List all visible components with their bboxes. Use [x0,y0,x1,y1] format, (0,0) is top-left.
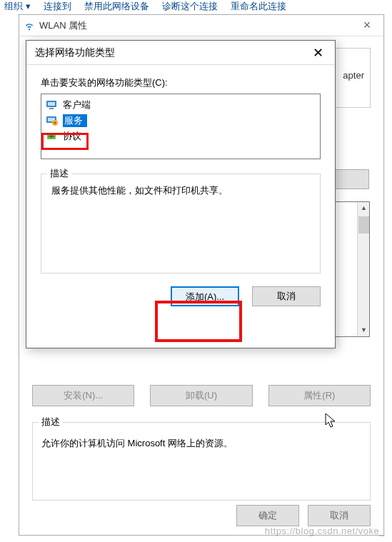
wlan-close-button[interactable]: × [356,18,378,33]
type-item-service[interactable]: 服务 [43,113,318,129]
wifi-icon [24,20,35,31]
type-description-group: 描述 服务提供其他性能，如文件和打印机共享。 [41,174,321,273]
toolbar-org[interactable]: 组织 ▾ [4,0,31,16]
svg-rect-1 [48,102,55,106]
explorer-toolbar: 组织 ▾ 连接到 禁用此网络设备 诊断这个连接 重命名此连接 [0,0,392,16]
cancel-button[interactable]: 取消 [308,505,371,526]
toolbar-disable[interactable]: 禁用此网络设备 [84,0,149,16]
type-cancel-button[interactable]: 取消 [252,286,321,306]
svg-rect-2 [49,108,54,109]
type-title: 选择网络功能类型 [35,46,115,59]
type-description-legend: 描述 [47,167,71,180]
type-close-button[interactable]: ✕ [308,45,328,61]
service-icon [46,115,59,126]
scroll-down-icon[interactable]: ▼ [358,324,369,336]
adapter-fragment: apter [343,70,364,81]
toolbar-connect[interactable]: 连接到 [44,0,71,16]
toolbar-rename[interactable]: 重命名此连接 [231,0,286,16]
wlan-title-text: WLAN 属性 [39,19,87,32]
uninstall-button[interactable]: 卸载(U) [150,385,252,406]
client-icon [46,99,59,111]
toolbar-diagnose[interactable]: 诊断这个连接 [162,0,218,16]
type-prompt: 单击要安装的网络功能类型(C): [41,76,321,89]
type-titlebar: 选择网络功能类型 ✕ [26,41,335,65]
wlan-description-legend: 描述 [39,416,63,427]
type-description-text: 服务提供其他性能，如文件和打印机共享。 [41,174,320,197]
scroll-thumb[interactable] [358,216,369,234]
select-feature-type-dialog: 选择网络功能类型 ✕ 单击要安装的网络功能类型(C): 客户端 服务 [26,40,336,348]
type-item-client[interactable]: 客户端 [43,97,318,113]
scroll-up-icon[interactable]: ▲ [358,202,369,214]
ok-button[interactable]: 确定 [236,505,299,526]
wlan-description-text: 允许你的计算机访问 Microsoft 网络上的资源。 [33,436,370,450]
wlan-description-group: 描述 允许你的计算机访问 Microsoft 网络上的资源。 [32,422,371,501]
type-listbox[interactable]: 客户端 服务 协议 [41,94,321,159]
scrollbar[interactable]: ▲ ▼ [357,202,369,336]
type-item-label: 客户端 [63,99,91,111]
protocol-icon [46,131,59,142]
type-item-protocol[interactable]: 协议 [43,129,318,144]
properties-button[interactable]: 属性(R) [268,385,371,406]
type-item-label: 服务 [63,114,87,127]
add-button[interactable]: 添加(A)... [171,286,239,306]
install-button[interactable]: 安装(N)... [32,385,134,406]
wlan-titlebar: WLAN 属性 × [19,15,383,36]
type-item-label: 协议 [63,130,81,143]
